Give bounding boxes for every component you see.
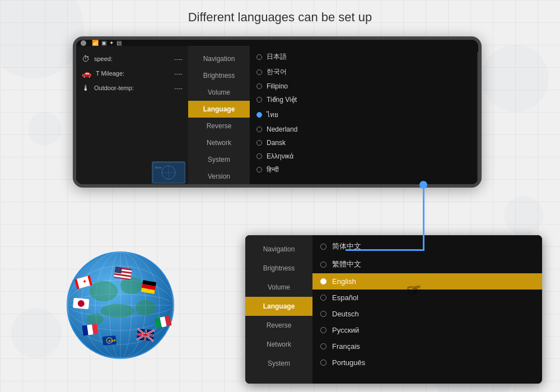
- wifi-icon: 📶: [92, 40, 99, 46]
- lang-radio-hindi: [256, 167, 262, 172]
- mileage-label: T Mileage:: [96, 70, 124, 77]
- radio-german: [320, 311, 326, 317]
- cursor-hand-icon: ☞: [405, 279, 423, 301]
- radio-simplified-chinese: [320, 244, 326, 250]
- lang-radio-greek: [256, 153, 262, 159]
- lang-label-filipino: Filipino: [267, 82, 288, 90]
- lang-label-danish: Dansk: [267, 139, 286, 147]
- radio-spanish: [320, 295, 326, 301]
- menu-system[interactable]: System: [188, 151, 250, 168]
- svg-point-17: [101, 304, 134, 318]
- lang-german[interactable]: Deutsch: [312, 306, 542, 322]
- lang-radio-thai: [256, 112, 262, 118]
- connector-vertical: [423, 189, 424, 249]
- bottom-language-panel: Navigation Brightness Volume Language Re…: [245, 235, 542, 384]
- map-thumbnail: Brow: [152, 161, 185, 184]
- bottom-menu-brightness[interactable]: Brightness: [245, 259, 312, 278]
- lang-label-hindi: हिन्दी: [267, 166, 279, 174]
- svg-point-16: [120, 277, 143, 294]
- label-german: Deutsch: [332, 310, 359, 318]
- radio-russian: [320, 327, 326, 333]
- label-portuguese: Português: [332, 358, 365, 367]
- lang-radio-danish: [256, 140, 262, 146]
- lang-label-dutch: Nederland: [267, 125, 297, 133]
- lang-spanish[interactable]: Español: [312, 290, 542, 306]
- mileage-icon: 🚗: [82, 69, 91, 78]
- car-info-panel: ⏱ speed: ---- 🚗 T Mileage: ---- 🌡 Outdoo…: [76, 46, 188, 184]
- lang-vietnamese[interactable]: Tiếng Việt: [250, 93, 478, 106]
- top-language-panel: 日本語 한국어 Filipino Tiếng Việt ไทย: [250, 46, 478, 184]
- lang-portuguese[interactable]: Português: [312, 354, 542, 371]
- temp-label: Outdoor-temp:: [94, 85, 134, 91]
- svg-point-15: [90, 281, 118, 301]
- globe-svg: ✦ ★★★: [59, 246, 182, 364]
- lang-greek[interactable]: Ελληνικά: [250, 150, 478, 163]
- bottom-menu-navigation[interactable]: Navigation: [245, 240, 312, 259]
- connector-dot: [419, 181, 427, 189]
- close-icon[interactable]: [81, 40, 86, 46]
- lang-hindi[interactable]: हिन्दी: [250, 163, 478, 176]
- lang-simplified-chinese[interactable]: 简体中文: [312, 237, 542, 255]
- bottom-menu-network[interactable]: Network: [245, 335, 312, 354]
- signal-icon: ▤: [116, 40, 122, 46]
- label-traditional-chinese: 繁體中文: [332, 259, 361, 269]
- speed-icon: ⏱: [82, 54, 90, 63]
- menu-network[interactable]: Network: [188, 134, 250, 151]
- bluetooth-icon: ✦: [109, 40, 114, 46]
- lang-label-thai: ไทย: [267, 109, 278, 120]
- speed-value: ----: [174, 55, 183, 62]
- lang-russian[interactable]: Русский: [312, 322, 542, 338]
- lang-english[interactable]: English: [312, 273, 542, 290]
- radio-portuguese: [320, 360, 326, 366]
- lang-filipino[interactable]: Filipino: [250, 80, 478, 93]
- bottom-lang-list: 简体中文 繁體中文 English Español Deutsch Русски…: [312, 235, 542, 384]
- top-menu-panel: Navigation Brightness Volume Language Re…: [188, 46, 250, 184]
- lang-thai[interactable]: ไทย: [250, 106, 478, 123]
- lang-japanese[interactable]: 日本語: [250, 49, 478, 64]
- lang-radio-vietnamese: [256, 97, 262, 102]
- radio-french: [320, 343, 326, 349]
- label-english: English: [332, 277, 356, 286]
- mileage-row: 🚗 T Mileage: ----: [82, 69, 183, 78]
- bottom-menu-reverse[interactable]: Reverse: [245, 316, 312, 335]
- speed-label: speed:: [94, 55, 113, 62]
- temp-icon: 🌡: [82, 83, 90, 92]
- speed-row: ⏱ speed: ----: [82, 54, 183, 63]
- label-spanish: Español: [332, 293, 358, 302]
- label-french: Français: [332, 342, 360, 351]
- menu-reverse[interactable]: Reverse: [188, 118, 250, 134]
- menu-version[interactable]: Version: [188, 168, 250, 184]
- radio-traditional-chinese: [320, 262, 326, 268]
- top-device: 📶 ▣ ✦ ▤ ⏱ speed: ---- 🚗 T Mileage: ----: [73, 36, 482, 188]
- bottom-menu-language[interactable]: Language: [245, 297, 312, 316]
- svg-point-18: [136, 300, 156, 316]
- lang-danish[interactable]: Dansk: [250, 136, 478, 150]
- svg-rect-45: [115, 267, 122, 274]
- radio-english: [320, 278, 326, 284]
- bottom-menu-volume[interactable]: Volume: [245, 278, 312, 297]
- temp-row: 🌡 Outdoor-temp: ----: [82, 83, 183, 92]
- label-russian: Русский: [332, 326, 359, 334]
- status-bar: 📶 ▣ ✦ ▤: [76, 40, 478, 46]
- lang-label-japanese: 日本語: [267, 52, 287, 62]
- menu-brightness[interactable]: Brightness: [188, 67, 250, 84]
- lang-radio-filipino: [256, 83, 262, 89]
- svg-point-19: [87, 314, 104, 325]
- menu-language[interactable]: Language: [188, 101, 250, 118]
- menu-navigation[interactable]: Navigation: [188, 50, 250, 67]
- bottom-menu-system[interactable]: System: [245, 354, 312, 373]
- lang-label-korean: 한국어: [267, 67, 287, 77]
- menu-volume[interactable]: Volume: [188, 84, 250, 101]
- globe-area: ✦ ★★★: [59, 246, 210, 375]
- lang-french[interactable]: Français: [312, 338, 542, 354]
- lang-radio-dutch: [256, 127, 262, 132]
- lang-korean[interactable]: 한국어: [250, 64, 478, 80]
- lang-dutch[interactable]: Nederland: [250, 123, 478, 136]
- lang-radio-japanese: [256, 54, 262, 60]
- battery-icon: ▣: [101, 40, 106, 46]
- mileage-value: ----: [174, 70, 183, 77]
- page-title: Different languages can be set up: [0, 10, 560, 25]
- lang-traditional-chinese[interactable]: 繁體中文: [312, 255, 542, 273]
- temp-value: ----: [174, 85, 183, 91]
- lang-radio-korean: [256, 69, 262, 75]
